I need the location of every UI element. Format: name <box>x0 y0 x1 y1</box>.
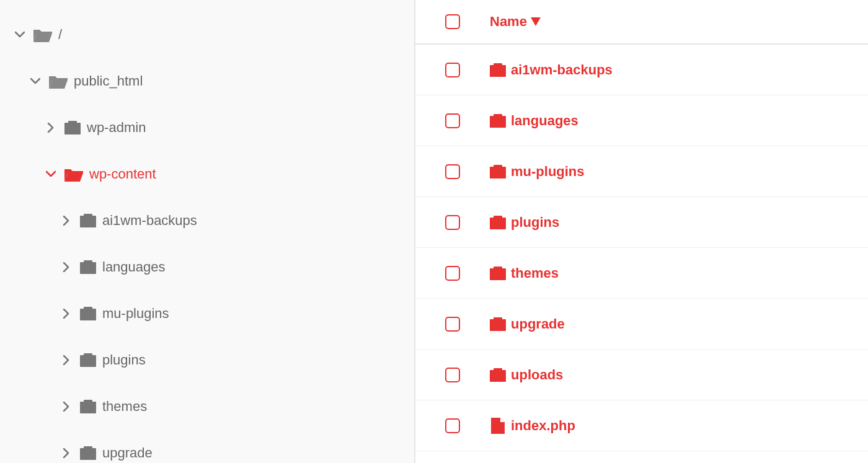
svg-rect-11 <box>80 402 96 413</box>
file-row[interactable]: mu-plugins <box>415 146 868 197</box>
tree-label: plugins <box>102 352 146 368</box>
tree-label: wp-admin <box>87 120 146 136</box>
file-name: index.php <box>511 418 575 434</box>
chevron-right-icon <box>43 120 58 135</box>
folder-icon <box>490 164 506 180</box>
file-name-cell[interactable]: uploads <box>490 367 563 383</box>
svg-rect-15 <box>490 65 506 77</box>
file-name-cell[interactable]: ai1wm-backups <box>490 62 613 78</box>
tree-label: wp-content <box>89 166 156 182</box>
file-row[interactable]: languages <box>415 95 868 146</box>
folder-icon <box>80 307 96 320</box>
tree-item-ai1wm-backups[interactable]: ai1wm-backups <box>0 197 414 244</box>
header-name-text: Name <box>490 14 527 30</box>
folder-icon <box>80 446 96 460</box>
row-checkbox[interactable] <box>445 418 460 433</box>
file-name: languages <box>511 113 578 129</box>
row-checkbox[interactable] <box>445 63 460 77</box>
svg-rect-25 <box>490 319 506 331</box>
tree-label: public_html <box>74 73 143 89</box>
row-checkbox[interactable] <box>445 368 460 382</box>
row-checkbox[interactable] <box>445 113 460 128</box>
svg-rect-27 <box>490 370 506 382</box>
file-name-cell[interactable]: upgrade <box>490 316 565 332</box>
folder-icon <box>490 113 506 129</box>
tree-root[interactable]: / <box>0 11 414 58</box>
tree-item-plugins[interactable]: plugins <box>0 337 414 383</box>
sort-descending-icon <box>531 17 541 26</box>
row-checkbox[interactable] <box>445 215 460 230</box>
tree-label: themes <box>102 399 147 415</box>
chevron-right-icon <box>59 306 74 321</box>
folder-open-icon <box>49 74 68 89</box>
file-name: themes <box>511 265 559 281</box>
chevron-right-icon <box>59 213 74 228</box>
svg-rect-21 <box>490 218 506 229</box>
folder-icon <box>80 353 96 367</box>
file-name: upgrade <box>511 316 565 332</box>
file-name-cell[interactable]: index.php <box>490 418 575 434</box>
folder-icon <box>80 214 96 227</box>
svg-rect-19 <box>490 167 506 179</box>
tree-item-wp-admin[interactable]: wp-admin <box>0 104 414 151</box>
select-all-checkbox[interactable] <box>445 14 460 29</box>
tree-item-wp-content[interactable]: wp-content <box>0 151 414 197</box>
row-checkbox[interactable] <box>445 266 460 281</box>
svg-rect-5 <box>80 262 96 274</box>
svg-rect-9 <box>80 355 96 367</box>
folder-icon <box>490 316 506 332</box>
svg-rect-1 <box>64 123 81 134</box>
file-name-cell[interactable]: themes <box>490 265 559 281</box>
folder-open-icon <box>64 167 83 182</box>
file-row[interactable]: uploads <box>415 350 868 400</box>
svg-rect-7 <box>80 309 96 320</box>
tree-item-mu-plugins[interactable]: mu-plugins <box>0 290 414 337</box>
tree-label: languages <box>102 259 166 275</box>
tree-item-upgrade[interactable]: upgrade <box>0 430 414 463</box>
tree-item-themes[interactable]: themes <box>0 383 414 430</box>
column-header-name[interactable]: Name <box>490 14 541 30</box>
chevron-right-icon <box>59 399 74 414</box>
file-name-cell[interactable]: languages <box>490 113 578 129</box>
file-row[interactable]: upgrade <box>415 299 868 350</box>
file-list-header: Name <box>415 0 868 45</box>
file-row[interactable]: ai1wm-backups <box>415 45 868 95</box>
svg-rect-3 <box>80 216 96 227</box>
folder-icon <box>490 265 506 281</box>
svg-rect-23 <box>490 268 506 280</box>
file-row[interactable]: plugins <box>415 197 868 248</box>
file-list: Name ai1wm-backupslanguagesmu-pluginsplu… <box>415 0 868 463</box>
row-checkbox[interactable] <box>445 164 460 179</box>
file-icon <box>490 418 506 434</box>
chevron-down-icon <box>12 27 27 42</box>
folder-icon <box>490 367 506 383</box>
tree-label: upgrade <box>102 445 153 461</box>
svg-rect-13 <box>80 448 96 460</box>
row-checkbox[interactable] <box>445 317 460 332</box>
folder-open-icon <box>33 27 52 42</box>
file-row[interactable]: themes <box>415 248 868 299</box>
tree-label: ai1wm-backups <box>102 213 197 229</box>
chevron-down-icon <box>28 74 43 89</box>
tree-item-public-html[interactable]: public_html <box>0 58 414 104</box>
file-row[interactable]: index.php <box>415 400 868 451</box>
tree-label: / <box>58 27 62 43</box>
folder-icon <box>490 214 506 231</box>
svg-rect-17 <box>490 116 506 128</box>
tree-item-languages[interactable]: languages <box>0 244 414 290</box>
folder-icon <box>80 260 96 274</box>
file-name: mu-plugins <box>511 164 585 180</box>
file-name: ai1wm-backups <box>511 62 613 78</box>
file-name: uploads <box>511 367 563 383</box>
chevron-right-icon <box>59 353 74 368</box>
chevron-right-icon <box>59 260 74 275</box>
chevron-down-icon <box>43 167 58 182</box>
tree-label: mu-plugins <box>102 306 169 322</box>
file-name-cell[interactable]: plugins <box>490 214 559 231</box>
directory-tree: / public_html wp-admin wp-content <box>0 0 415 463</box>
folder-icon <box>64 121 81 134</box>
folder-icon <box>490 62 506 78</box>
file-name: plugins <box>511 214 559 231</box>
chevron-right-icon <box>59 446 74 461</box>
file-name-cell[interactable]: mu-plugins <box>490 164 585 180</box>
